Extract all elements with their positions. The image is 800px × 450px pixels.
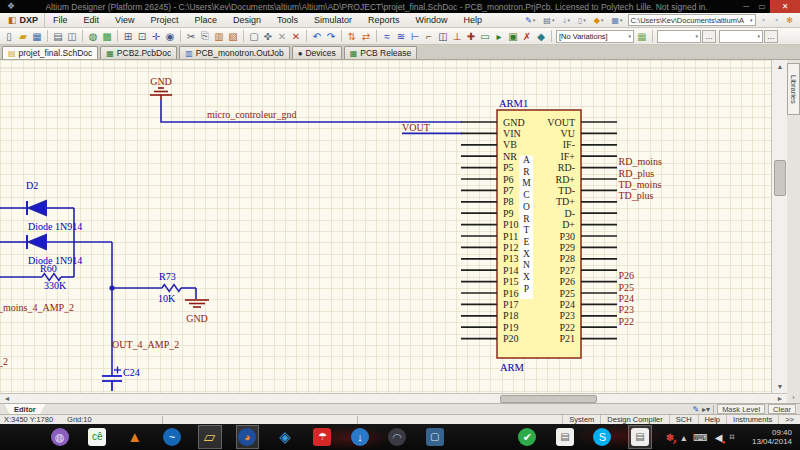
place-junction-button[interactable]: ✚: [464, 29, 478, 43]
pin-name-P17[interactable]: P17: [503, 299, 519, 310]
net-label-P22[interactable]: P22: [619, 316, 635, 327]
arm-component[interactable]: GNDVINVBNRP5P6P7P8P9P10P11P12P13P14P15P1…: [461, 98, 617, 373]
taskbar-clock[interactable]: 09:40 13/04/2014: [742, 428, 800, 446]
file-explorer-app[interactable]: ▱: [198, 425, 222, 449]
status-panel-system[interactable]: System: [562, 415, 600, 425]
pin-name-GND[interactable]: GND: [503, 117, 525, 128]
pin-name-D+[interactable]: D+: [562, 219, 575, 230]
find-combo[interactable]: ▾: [657, 30, 701, 43]
copy-button[interactable]: ⎘: [198, 29, 212, 43]
paste-array-button[interactable]: ▧: [226, 29, 240, 43]
find-combo-browse-button[interactable]: …: [702, 30, 716, 43]
net-label-P23[interactable]: P23: [619, 304, 635, 315]
menu-project[interactable]: Project: [142, 13, 186, 28]
designator-c24[interactable]: C24: [123, 367, 140, 378]
zoom-fit-button[interactable]: ⊡: [135, 29, 149, 43]
pin-name-VB[interactable]: VB: [503, 139, 517, 150]
menu-view[interactable]: View: [107, 13, 142, 28]
select-area-button[interactable]: ▢: [247, 29, 261, 43]
maximize-button[interactable]: ▭: [754, 2, 770, 11]
pin-name-P16[interactable]: P16: [503, 288, 519, 299]
deselect-all-button[interactable]: ✕: [275, 29, 289, 43]
tab-pcb-monotron-outjob[interactable]: ▥PCB_monotron.OutJob: [179, 46, 289, 59]
paste-button[interactable]: ▥: [212, 29, 226, 43]
vertical-scrollbar[interactable]: ▲ ▼: [771, 60, 787, 393]
menu-file[interactable]: File: [45, 13, 76, 28]
home-menu-button[interactable]: ◔: [758, 15, 769, 26]
pin-name-P9[interactable]: P9: [503, 208, 514, 219]
pin-name-VU[interactable]: VU: [561, 128, 576, 139]
pin-name-P5[interactable]: P5: [503, 162, 514, 173]
net-label-P24[interactable]: P24: [619, 293, 635, 304]
cross-probe-button[interactable]: ⇅: [345, 29, 359, 43]
annotate-tool[interactable]: ✎▾: [522, 15, 538, 26]
comment-diode1[interactable]: Diode 1N914: [28, 221, 82, 232]
clear-filter-button[interactable]: ✕: [289, 29, 303, 43]
new-document-button[interactable]: ▯: [2, 29, 16, 43]
move-object-button[interactable]: ✜: [261, 29, 275, 43]
value-r73[interactable]: 10K: [158, 293, 176, 304]
place-bus-entry-button[interactable]: ⊢: [408, 29, 422, 43]
net-label-micro-controleur-gnd[interactable]: micro_controleur_gnd: [207, 109, 296, 120]
vertical-scroll-thumb[interactable]: [774, 160, 786, 196]
downloader-app[interactable]: ↓: [348, 425, 371, 449]
pin-name-P28[interactable]: P28: [559, 253, 575, 264]
net-label-RD_moins[interactable]: RD_moins: [619, 156, 662, 167]
browse-web-button[interactable]: ◍: [86, 29, 100, 43]
pin-name-P7[interactable]: P7: [503, 185, 514, 196]
remote-desktop-app[interactable]: ▢: [423, 425, 446, 449]
tray-ime-icon[interactable]: ⌨: [693, 432, 707, 443]
altium-flower-button[interactable]: ✻: [783, 15, 796, 26]
print-button[interactable]: ▤: [51, 29, 65, 43]
pin-name-RD-[interactable]: RD-: [558, 162, 575, 173]
status-panel-instruments[interactable]: Instruments: [726, 415, 778, 425]
value-r60[interactable]: 330K: [44, 280, 67, 291]
menu-edit[interactable]: Edit: [76, 13, 108, 28]
menu-simulator[interactable]: Simulator: [306, 13, 360, 28]
zoom-selected-button[interactable]: ◉: [163, 29, 177, 43]
place-port-button[interactable]: ▣: [506, 29, 520, 43]
editor-tab[interactable]: Editor: [4, 404, 46, 415]
place-directive-button[interactable]: ◆: [534, 29, 548, 43]
pin-name-TD+[interactable]: TD+: [556, 196, 575, 207]
open-document-button[interactable]: ▰: [16, 29, 30, 43]
pin-name-D-[interactable]: D-: [564, 208, 575, 219]
pin-name-P29[interactable]: P29: [559, 242, 575, 253]
pin-name-IF-[interactable]: IF-: [563, 139, 575, 150]
menu-reports[interactable]: Reports: [360, 13, 408, 28]
resistor-r73[interactable]: [162, 285, 181, 292]
net-label-out-4-amp-2[interactable]: OUT_4_AMP_2: [112, 339, 179, 350]
save-document-button[interactable]: ▦: [30, 29, 44, 43]
redo-button[interactable]: ↷: [324, 29, 338, 43]
sphere-app[interactable]: ◠: [386, 425, 409, 449]
vlc-app[interactable]: ▲: [123, 425, 146, 449]
pin-name-VOUT[interactable]: VOUT: [547, 117, 575, 128]
net-label-moins-4-amp-2[interactable]: _moins_4_AMP_2: [0, 302, 74, 313]
component-comment[interactable]: ARM: [500, 362, 525, 373]
print-preview-button[interactable]: ◫: [65, 29, 79, 43]
grid-tool[interactable]: ▦▾: [609, 15, 626, 26]
gnd-power-port-2[interactable]: [185, 300, 209, 307]
pin-name-P24[interactable]: P24: [559, 299, 575, 310]
zoom-window-button[interactable]: ⊞: [121, 29, 135, 43]
horizontal-scroll-thumb[interactable]: [500, 395, 597, 403]
status-panel-sch[interactable]: SCH: [669, 415, 698, 425]
pin-name-IF+[interactable]: IF+: [560, 151, 575, 162]
place-sheet-entry-button[interactable]: ▸: [492, 29, 506, 43]
clear-button[interactable]: Clear: [768, 404, 796, 414]
place-no-erc-button[interactable]: ✗: [520, 29, 534, 43]
firefox-app[interactable]: ◕: [236, 425, 260, 449]
component-designator[interactable]: ARM1: [499, 98, 528, 109]
place-sheet-symbol-button[interactable]: ▭: [478, 29, 492, 43]
mask-combo-browse-button[interactable]: …: [764, 30, 778, 43]
code-editor-app[interactable]: cê: [85, 425, 108, 449]
annotate-pencil-icon[interactable]: ✎: [692, 405, 699, 414]
gem-tool[interactable]: ◆▾: [591, 15, 607, 26]
pin-name-TD-[interactable]: TD-: [558, 185, 575, 196]
pin-name-P18[interactable]: P18: [503, 310, 519, 321]
close-button[interactable]: ✕: [770, 0, 800, 13]
avira-app[interactable]: ☂: [311, 425, 334, 449]
print-tool[interactable]: ▤▾: [540, 15, 557, 26]
place-harness-button[interactable]: ⌐: [422, 29, 436, 43]
variations-combo[interactable]: [No Variations]▾: [556, 30, 634, 43]
